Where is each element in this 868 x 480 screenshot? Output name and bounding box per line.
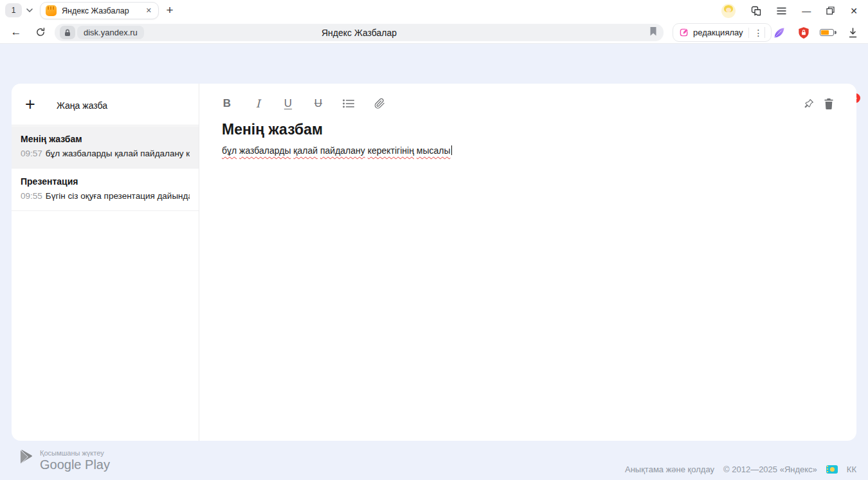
google-play-label: Google Play xyxy=(40,457,110,472)
note-list-item-selected[interactable]: Менің жазбам 09:57бұл жазбаларды қалай п… xyxy=(12,126,199,169)
edit-pencil-icon xyxy=(680,28,689,37)
editor-toolbar: B I U U xyxy=(200,93,856,115)
note-item-preview: Бүгін сіз оқуға презентация дайында... xyxy=(46,191,190,201)
feather-pen-icon xyxy=(773,26,786,39)
help-support-link[interactable]: Анықтама және қолдау xyxy=(625,465,714,474)
note-editor[interactable]: B I U U Менің жазбам бұл жазбаларды қала… xyxy=(200,84,856,441)
reload-button[interactable] xyxy=(32,24,49,41)
main-panel: + Жаңа жазба Менің жазбам 09:57бұл жазба… xyxy=(12,84,856,441)
edit-mode-label: редакциялау xyxy=(693,28,743,37)
notes-sidebar: + Жаңа жазба Менің жазбам 09:57бұл жазба… xyxy=(12,84,199,441)
new-note-button[interactable]: + Жаңа жазба xyxy=(12,84,199,125)
menu-icon[interactable] xyxy=(777,7,786,15)
tab-list-chevron-button[interactable] xyxy=(23,3,36,17)
note-item-preview: бұл жазбаларды қалай пайдалану ке... xyxy=(46,149,190,158)
pin-note-button[interactable] xyxy=(797,93,819,115)
battery-icon xyxy=(820,29,834,36)
italic-button[interactable]: I xyxy=(247,93,269,115)
bookmark-button[interactable] xyxy=(649,26,657,37)
yandex-notes-app: 1 Яндекс Жазбалар ✕ + — ✕ ← disk.ya xyxy=(0,0,868,480)
delete-note-button[interactable] xyxy=(818,93,840,115)
strikethrough-button[interactable]: U xyxy=(307,93,329,115)
bold-button[interactable]: B xyxy=(216,93,238,115)
reload-icon xyxy=(35,27,46,37)
browser-addressbar: ← disk.yandex.ru Яндекс Жазбалар редакци… xyxy=(0,21,868,44)
kazakhstan-flag-icon[interactable] xyxy=(826,465,838,474)
notes-favicon xyxy=(46,5,57,16)
browser-tab-active[interactable]: Яндекс Жазбалар ✕ xyxy=(40,2,159,19)
close-window-button[interactable]: ✕ xyxy=(850,6,858,15)
tab-title: Яндекс Жазбалар xyxy=(62,6,145,15)
download-icon xyxy=(848,28,858,38)
browser-tabstrip: 1 Яндекс Жазбалар ✕ + — ✕ xyxy=(0,0,868,21)
bullet-list-button[interactable] xyxy=(338,93,359,115)
bookmark-flag-icon xyxy=(649,26,657,37)
pin-icon xyxy=(802,98,815,110)
google-play-caption: Қосымшаны жүктеу xyxy=(40,449,110,457)
browser-profile-avatar[interactable] xyxy=(721,4,736,18)
battery-indicator[interactable] xyxy=(818,24,836,41)
shield-lock-icon xyxy=(798,26,809,39)
tab-counter-button[interactable]: 1 xyxy=(5,3,22,17)
lock-icon xyxy=(64,29,71,37)
collections-icon[interactable] xyxy=(751,6,761,16)
note-item-title: Менің жазбам xyxy=(21,134,190,144)
restore-button[interactable] xyxy=(826,6,835,15)
note-list-item[interactable]: Презентация 09:55Бүгін сіз оқуға презент… xyxy=(12,169,199,211)
toolbar-divider xyxy=(764,27,765,38)
attach-file-button[interactable] xyxy=(368,93,390,115)
new-tab-button[interactable]: + xyxy=(162,3,177,18)
url-chip[interactable]: disk.yandex.ru xyxy=(77,26,144,39)
omnibox[interactable]: disk.yandex.ru Яндекс Жазбалар xyxy=(55,24,664,41)
note-item-time: 09:57 xyxy=(21,149,42,158)
underline-button[interactable]: U xyxy=(277,93,299,115)
edit-mode-pill[interactable]: редакциялау ⋮ xyxy=(673,23,772,42)
yandex360-header: Я 360 Пошта Диск Құжаттар 11 Күнтізбе xyxy=(0,44,868,84)
downloads-button[interactable] xyxy=(844,24,862,41)
trash-icon xyxy=(824,98,834,109)
edit-menu-kebab-button[interactable]: ⋮ xyxy=(749,28,768,38)
copyright-text: © 2012—2025 «Яндекс» xyxy=(723,465,817,474)
minimize-button[interactable]: — xyxy=(802,6,811,15)
google-play-link[interactable]: Қосымшаны жүктеу Google Play xyxy=(19,449,110,472)
chevron-down-icon xyxy=(26,8,33,12)
page-footer: Қосымшаны жүктеу Google Play Анықтама жә… xyxy=(0,441,868,480)
text-caret xyxy=(451,145,453,155)
tab-close-button[interactable]: ✕ xyxy=(145,6,153,15)
note-body-field[interactable]: бұл жазбаларды қалай пайдалану керектігі… xyxy=(222,145,452,156)
note-item-title: Презентация xyxy=(21,176,190,187)
new-note-label: Жаңа жазба xyxy=(57,100,107,111)
bullet-list-icon xyxy=(343,99,354,108)
language-code[interactable]: КК xyxy=(847,465,856,474)
ssl-lock-chip[interactable] xyxy=(60,26,75,39)
highlighter-extension-button[interactable] xyxy=(770,24,788,41)
note-body-text: бұл жазбаларды қалай пайдалану керектігі… xyxy=(222,145,451,156)
note-item-time: 09:55 xyxy=(21,191,42,201)
page-title: Яндекс Жазбалар xyxy=(321,28,397,38)
paperclip-icon xyxy=(374,98,385,109)
protect-extension-button[interactable] xyxy=(795,24,813,41)
plus-icon: + xyxy=(25,97,35,112)
note-title-field[interactable]: Менің жазбам xyxy=(222,121,323,138)
back-button[interactable]: ← xyxy=(8,24,24,41)
google-play-icon xyxy=(19,449,33,465)
